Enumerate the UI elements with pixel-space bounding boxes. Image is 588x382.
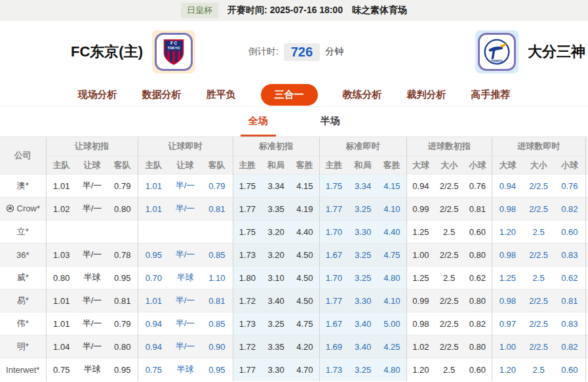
odds-cell: 0.95 bbox=[108, 358, 138, 381]
odds-cell: 3.40 bbox=[262, 289, 290, 312]
odds-cell: 3.25 bbox=[348, 198, 378, 221]
sub-header: 大球 bbox=[492, 156, 523, 175]
odds-cell: 半球 bbox=[169, 358, 201, 381]
odds-cell: 1.02 bbox=[46, 198, 77, 221]
odds-cell: 4.70 bbox=[290, 358, 319, 381]
sub-tab-full-match[interactable]: 全场 bbox=[241, 115, 276, 137]
odds-cell: 1.72 bbox=[233, 289, 262, 312]
odds-cell: 1.67 bbox=[319, 312, 348, 335]
nav-tab-expert-picks[interactable]: 高手推荐 bbox=[471, 89, 511, 101]
company-name: 明* bbox=[0, 335, 46, 358]
table-row: 易*1.01半/一0.811.01半/一0.811.723.404.501.77… bbox=[0, 289, 588, 312]
group-header: 让球即时 bbox=[138, 137, 233, 156]
odds-cell: 0.75 bbox=[46, 358, 77, 381]
odds-cell: 半球 bbox=[169, 266, 201, 289]
odds-table-body: 澳*1.01半/一0.791.01半/一0.791.753.344.151.75… bbox=[0, 175, 588, 381]
cutoff-cell bbox=[585, 312, 588, 335]
odds-cell: 1.04 bbox=[46, 335, 77, 358]
odds-cell: 1.20 bbox=[406, 358, 435, 381]
odds-cell: 0.83 bbox=[554, 244, 585, 266]
cutoff-cell bbox=[585, 266, 588, 289]
odds-cell: 1.75 bbox=[233, 175, 262, 198]
odds-cell: 4.15 bbox=[378, 175, 406, 198]
sub-header: 大球 bbox=[406, 156, 435, 175]
nav-tab-win-draw-lose[interactable]: 胜平负 bbox=[206, 89, 236, 101]
odds-cell: 0.76 bbox=[554, 175, 585, 198]
odds-cell: 0.82 bbox=[554, 335, 585, 358]
table-row: 36*1.03半/一0.780.95半/一0.851.733.204.501.6… bbox=[0, 244, 588, 266]
cutoff-cell bbox=[585, 244, 588, 266]
odds-cell: 半/一 bbox=[77, 198, 108, 221]
kickoff-label: 开赛时间: bbox=[227, 5, 267, 15]
odds-cell: 0.90 bbox=[201, 335, 233, 358]
odds-cell: 半球 bbox=[77, 266, 108, 289]
cutoff-column bbox=[585, 137, 588, 175]
odds-cell: 1.01 bbox=[46, 312, 77, 335]
table-row: 澳*1.01半/一0.791.01半/一0.791.753.344.151.75… bbox=[0, 175, 588, 198]
nav-tab-data-analysis[interactable]: 数据分析 bbox=[142, 89, 182, 101]
odds-cell: 0.81 bbox=[201, 198, 233, 221]
odds-cell: 4.50 bbox=[290, 266, 319, 289]
odds-cell: 0.60 bbox=[463, 221, 492, 244]
odds-cell: 2/2.5 bbox=[435, 198, 463, 221]
odds-cell: 1.20 bbox=[492, 221, 523, 244]
home-team-name: FC东京(主) bbox=[71, 42, 143, 62]
odds-cell: 3.25 bbox=[348, 244, 378, 266]
odds-cell: 1.01 bbox=[46, 289, 77, 312]
sub-tabs: 全场半场 bbox=[0, 107, 588, 137]
odds-cell: 0.79 bbox=[108, 175, 138, 198]
odds-cell: 4.25 bbox=[378, 335, 406, 358]
odds-cell: 0.94 bbox=[406, 175, 435, 198]
table-row: Crow*1.02半/一0.801.01半/一0.811.773.354.191… bbox=[0, 198, 588, 221]
kickoff-time: 开赛时间: 2025-07-16 18:00 bbox=[227, 5, 343, 16]
odds-cell: 3.10 bbox=[262, 266, 290, 289]
odds-cell: 1.77 bbox=[319, 198, 348, 221]
odds-cell: 4.75 bbox=[378, 244, 406, 266]
countdown-unit: 分钟 bbox=[325, 46, 343, 58]
odds-cell: 0.82 bbox=[463, 312, 492, 335]
odds-cell: 1.73 bbox=[319, 358, 348, 381]
sub-header: 客队 bbox=[201, 156, 233, 175]
odds-cell: 1.77 bbox=[319, 289, 348, 312]
odds-cell: 2/2.5 bbox=[435, 289, 463, 312]
odds-cell: 3.34 bbox=[262, 175, 290, 198]
nav-tab-coach-analysis[interactable]: 教练分析 bbox=[343, 89, 382, 101]
odds-cell: 4.75 bbox=[290, 312, 319, 335]
odds-cell: 2.5 bbox=[435, 358, 463, 381]
odds-cell: 3.30 bbox=[348, 289, 378, 312]
sub-tab-half-match[interactable]: 半场 bbox=[313, 115, 348, 137]
odds-cell bbox=[46, 221, 77, 244]
odds-cell: 2/2.5 bbox=[435, 175, 463, 198]
odds-cell: 0.80 bbox=[463, 244, 492, 266]
odds-cell: 0.98 bbox=[492, 244, 523, 266]
sub-header: 主胜 bbox=[233, 156, 262, 175]
group-header: 让球初指 bbox=[46, 137, 138, 156]
odds-cell: 1.69 bbox=[319, 335, 348, 358]
odds-cell: 1.77 bbox=[233, 358, 262, 381]
company-name: 威* bbox=[0, 266, 46, 289]
odds-cell: 0.78 bbox=[108, 244, 138, 266]
sub-header: 让球 bbox=[169, 156, 201, 175]
company-name: 澳* bbox=[0, 175, 46, 198]
odds-cell: 2/2.5 bbox=[435, 244, 463, 266]
svg-text:TRINITA: TRINITA bbox=[491, 60, 503, 63]
odds-cell: 0.76 bbox=[463, 175, 492, 198]
odds-cell: 0.81 bbox=[463, 198, 492, 221]
nav-tab-live-analysis[interactable]: 现场分析 bbox=[78, 89, 117, 101]
sub-header: 主队 bbox=[46, 156, 77, 175]
company-name: 36* bbox=[0, 244, 46, 266]
sub-header: 客胜 bbox=[290, 156, 319, 175]
company-column-header: 公司 bbox=[0, 137, 46, 175]
company-name: 立* bbox=[0, 221, 46, 244]
sub-header: 大小 bbox=[435, 156, 463, 175]
countdown: 倒计时: 726 分钟 bbox=[248, 43, 343, 61]
odds-cell: 1.70 bbox=[319, 266, 348, 289]
nav-tab-referee-analysis[interactable]: 裁判分析 bbox=[407, 89, 446, 101]
odds-cell: 半/一 bbox=[169, 335, 201, 358]
cutoff-cell bbox=[585, 289, 588, 312]
odds-cell: 1.01 bbox=[138, 175, 169, 198]
nav-tab-three-in-one[interactable]: 三合一 bbox=[261, 84, 318, 106]
odds-cell: 0.79 bbox=[108, 312, 138, 335]
table-row: 伟*1.01半/一0.790.94半/一0.851.733.254.751.67… bbox=[0, 312, 588, 335]
sub-header: 客胜 bbox=[378, 156, 406, 175]
